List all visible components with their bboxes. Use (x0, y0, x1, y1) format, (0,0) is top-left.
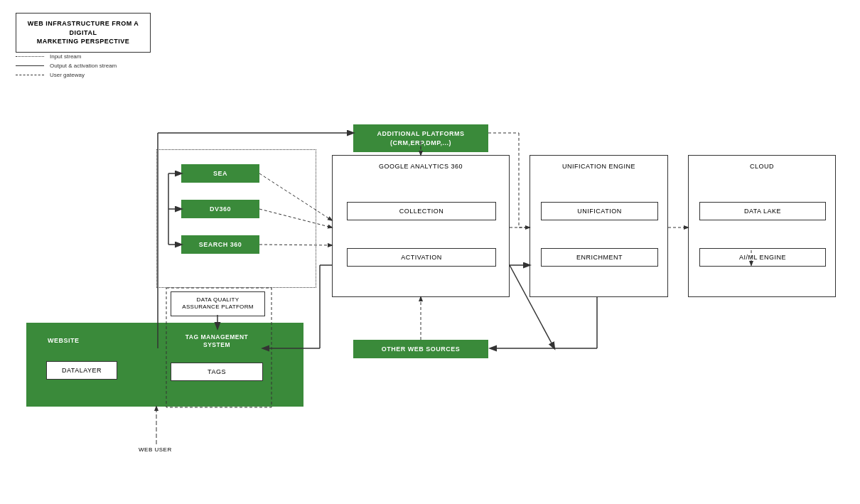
enrichment-label: ENRICHMENT (576, 254, 623, 261)
unification-engine-container: UNIFICATION ENGINE UNIFICATION ENRICHMEN… (530, 155, 668, 297)
page-container: WEB INFRASTRUCTURE FROM A DIGITAL MARKET… (0, 0, 860, 504)
aiml-label: AI/ML ENGINE (739, 254, 786, 261)
title-box: WEB INFRASTRUCTURE FROM A DIGITAL MARKET… (16, 13, 151, 53)
unification-box: UNIFICATION (541, 202, 658, 220)
dv360-box: DV360 (181, 200, 259, 218)
legend-gateway-label: User gateway (50, 72, 85, 78)
solid-line-icon (16, 65, 44, 66)
tms-label: TAG MANAGEMENT SYSTEM (186, 333, 249, 348)
dv360-label: DV360 (210, 205, 231, 213)
additional-platforms-label: ADDITIONAL PLATFORMS (CRM,ERP,DMP,...) (377, 130, 464, 146)
website-label: WEBSITE (48, 337, 80, 344)
legend-gateway: User gateway (16, 72, 117, 78)
dqap-box: DATA QUALITY ASSURANCE PLATFORM (171, 291, 265, 316)
activation-box: ACTIVATION (347, 248, 496, 267)
dqap-label: DATA QUALITY ASSURANCE PLATFORM (182, 296, 253, 310)
tms-box: TAG MANAGEMENT SYSTEM (171, 328, 263, 354)
title-line2: MARKETING PERSPECTIVE (37, 38, 130, 45)
sea-label: SEA (213, 170, 227, 177)
collection-label: COLLECTION (399, 208, 444, 215)
web-user-label: WEB USER (139, 446, 172, 453)
other-web-sources-box: OTHER WEB SOURCES (353, 340, 488, 358)
legend-output: Output & activation stream (16, 63, 117, 69)
legend: Input stream Output & activation stream … (16, 53, 117, 81)
title-line1: WEB INFRASTRUCTURE FROM A DIGITAL (28, 20, 139, 36)
cloud-title: CLOUD (689, 156, 835, 174)
ga360-title: GOOGLE ANALYTICS 360 (333, 156, 509, 174)
sea-box: SEA (181, 164, 259, 183)
data-lake-label: DATA LAKE (744, 208, 781, 215)
cloud-container: CLOUD DATA LAKE AI/ML ENGINE (688, 155, 836, 297)
datalayer-label: DATALAYER (62, 367, 102, 374)
data-lake-box: DATA LAKE (699, 202, 826, 220)
legend-input-label: Input stream (50, 53, 81, 60)
legend-output-label: Output & activation stream (50, 63, 117, 69)
collection-box: COLLECTION (347, 202, 496, 220)
activation-label: ACTIVATION (401, 254, 442, 261)
search360-box: SEARCH 360 (181, 235, 259, 254)
dashed-line-icon (16, 75, 44, 75)
tags-box: TAGS (171, 363, 263, 381)
legend-input: Input stream (16, 53, 117, 60)
tags-label: TAGS (208, 368, 226, 375)
datalayer-box: DATALAYER (46, 361, 117, 380)
search360-label: SEARCH 360 (199, 241, 242, 248)
additional-platforms-box: ADDITIONAL PLATFORMS (CRM,ERP,DMP,...) (353, 124, 488, 152)
unification-label: UNIFICATION (577, 208, 621, 215)
other-web-label: OTHER WEB SOURCES (382, 345, 461, 353)
dotted-line-icon (16, 56, 44, 57)
enrichment-box: ENRICHMENT (541, 248, 658, 267)
aiml-engine-box: AI/ML ENGINE (699, 248, 826, 267)
unification-engine-title: UNIFICATION ENGINE (530, 156, 667, 174)
ga360-container: GOOGLE ANALYTICS 360 COLLECTION ACTIVATI… (332, 155, 510, 297)
